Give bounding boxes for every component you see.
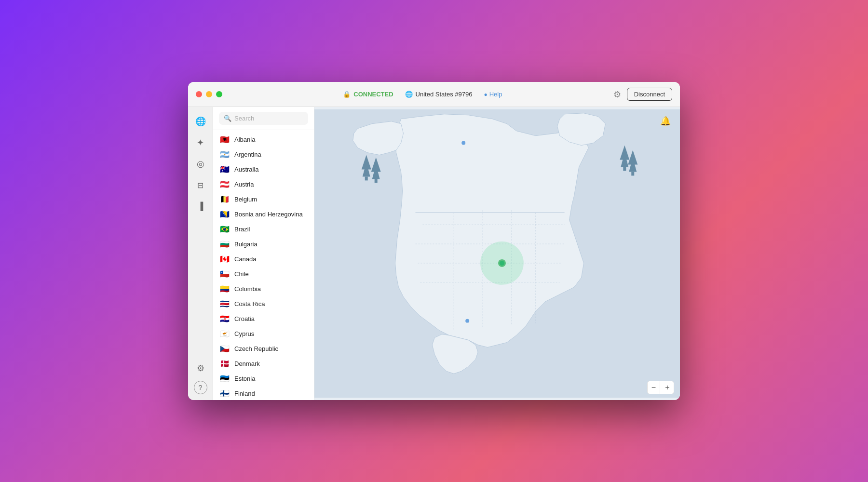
country-name: Cyprus — [234, 330, 254, 337]
connection-status: 🔒 CONNECTED — [343, 91, 393, 98]
country-item[interactable]: 🇭🇷 Croatia — [213, 311, 314, 326]
country-item[interactable]: 🇪🇪 Estonia — [213, 371, 314, 386]
country-name: Finland — [234, 390, 255, 397]
zoom-in-button[interactable]: + — [661, 381, 674, 394]
settings-icon-button[interactable]: ⚙ — [613, 89, 621, 100]
country-item[interactable]: 🇧🇷 Brazil — [213, 222, 314, 237]
country-flag: 🇦🇷 — [220, 151, 230, 158]
country-flag: 🇨🇦 — [220, 256, 230, 263]
map-svg: 🔔 — [314, 107, 680, 400]
minimize-button[interactable] — [206, 91, 212, 97]
svg-point-13 — [461, 141, 465, 145]
svg-rect-19 — [375, 179, 378, 183]
country-item[interactable]: 🇨🇷 Costa Rica — [213, 296, 314, 311]
country-item[interactable]: 🇩🇰 Denmark — [213, 356, 314, 371]
sidebar-item-threat-protection[interactable]: ◎ — [192, 155, 209, 173]
country-flag: 🇨🇾 — [220, 331, 230, 337]
country-item[interactable]: 🇨🇴 Colombia — [213, 281, 314, 296]
maximize-button[interactable] — [216, 91, 222, 97]
country-item[interactable]: 🇧🇪 Belgium — [213, 192, 314, 207]
svg-rect-22 — [623, 167, 626, 171]
sidebar-item-specialty[interactable]: ✦ — [192, 134, 209, 151]
country-item[interactable]: 🇫🇮 Finland — [213, 386, 314, 400]
country-item[interactable]: 🇨🇦 Canada — [213, 252, 314, 267]
country-list-panel: 🔍 🇦🇱 Albania 🇦🇷 Argentina 🇦🇺 Australia 🇦… — [213, 107, 314, 400]
country-flag: 🇦🇺 — [220, 166, 230, 173]
help-link[interactable]: ● Help — [484, 91, 502, 98]
country-flag: 🇦🇱 — [220, 136, 230, 143]
country-name: Costa Rica — [234, 300, 265, 308]
map-area: 🔔 − + — [314, 107, 680, 400]
sidebar-item-help[interactable]: ? — [194, 381, 207, 394]
country-flag: 🇨🇴 — [220, 286, 230, 293]
country-flag: 🇨🇷 — [220, 301, 230, 308]
country-item[interactable]: 🇦🇷 Argentina — [213, 147, 314, 162]
country-name: Austria — [234, 181, 254, 188]
sidebar-item-settings[interactable]: ⚙ — [192, 360, 209, 377]
svg-text:🔔: 🔔 — [660, 116, 671, 126]
country-flag: 🇨🇿 — [220, 346, 230, 352]
svg-point-11 — [500, 261, 504, 266]
disconnect-button[interactable]: Disconnect — [627, 88, 672, 101]
country-item[interactable]: 🇨🇾 Cyprus — [213, 326, 314, 341]
country-name: Albania — [234, 136, 255, 143]
country-name: Australia — [234, 166, 259, 173]
country-item[interactable]: 🇦🇹 Austria — [213, 177, 314, 192]
titlebar-right: ⚙ Disconnect — [613, 88, 672, 101]
country-name: Estonia — [234, 375, 255, 382]
search-input-wrap: 🔍 — [219, 112, 308, 125]
country-item[interactable]: 🇧🇦 Bosnia and Herzegovina — [213, 207, 314, 222]
country-flag: 🇧🇪 — [220, 196, 230, 203]
traffic-lights — [196, 91, 222, 97]
country-flag: 🇦🇹 — [220, 181, 230, 188]
zoom-controls: − + — [647, 381, 674, 394]
country-flag: 🇧🇬 — [220, 241, 230, 248]
close-button[interactable] — [196, 91, 202, 97]
country-name: Brazil — [234, 226, 250, 233]
zoom-out-button[interactable]: − — [648, 381, 660, 394]
app-body: 🌐 ✦ ◎ ⊟ ▐ ⚙ ? 🔍 🇦🇱 Albania 🇦🇷 — [188, 107, 680, 400]
country-flag: 🇪🇪 — [220, 375, 230, 382]
lock-icon: 🔒 — [343, 91, 351, 98]
country-flag: 🇧🇷 — [220, 226, 230, 233]
sidebar-item-globe[interactable]: 🌐 — [192, 113, 209, 130]
help-label: Help — [489, 91, 502, 98]
server-info: 🌐 United States #9796 — [405, 91, 473, 98]
country-item[interactable]: 🇦🇱 Albania — [213, 132, 314, 147]
country-item[interactable]: 🇨🇿 Czech Republic — [213, 341, 314, 356]
country-name: Argentina — [234, 151, 261, 158]
titlebar: 🔒 CONNECTED 🌐 United States #9796 ● Help… — [188, 82, 680, 107]
sidebar-item-stats[interactable]: ▐ — [192, 198, 209, 215]
country-item[interactable]: 🇧🇬 Bulgaria — [213, 237, 314, 252]
sidebar-icons: 🌐 ✦ ◎ ⊟ ▐ ⚙ ? — [188, 107, 213, 400]
svg-point-12 — [465, 319, 469, 323]
status-label: CONNECTED — [353, 91, 393, 98]
country-name: Chile — [234, 270, 249, 278]
country-item[interactable]: 🇦🇺 Australia — [213, 162, 314, 177]
country-name: Denmark — [234, 360, 260, 367]
country-name: Bulgaria — [234, 241, 258, 248]
search-icon: 🔍 — [224, 115, 231, 122]
search-input[interactable] — [234, 115, 303, 122]
app-window: 🔒 CONNECTED 🌐 United States #9796 ● Help… — [188, 82, 680, 400]
sidebar-item-meshnet[interactable]: ⊟ — [192, 176, 209, 194]
search-box: 🔍 — [213, 107, 314, 130]
titlebar-center: 🔒 CONNECTED 🌐 United States #9796 ● Help — [232, 91, 613, 98]
country-flag: 🇩🇰 — [220, 361, 230, 367]
country-name: Canada — [234, 255, 257, 263]
country-item[interactable]: 🇨🇱 Chile — [213, 267, 314, 281]
server-label: United States #9796 — [416, 91, 473, 98]
country-flag: 🇫🇮 — [220, 390, 230, 397]
country-name: Czech Republic — [234, 345, 278, 352]
country-list: 🇦🇱 Albania 🇦🇷 Argentina 🇦🇺 Australia 🇦🇹 … — [213, 130, 314, 400]
country-name: Belgium — [234, 196, 257, 203]
country-flag: 🇨🇱 — [220, 271, 230, 278]
country-name: Colombia — [234, 285, 261, 293]
country-flag: 🇧🇦 — [220, 211, 230, 218]
globe-icon: 🌐 — [405, 91, 413, 98]
svg-rect-16 — [365, 176, 368, 180]
country-name: Bosnia and Herzegovina — [234, 211, 303, 218]
country-name: Croatia — [234, 315, 255, 322]
svg-rect-25 — [631, 172, 634, 175]
country-flag: 🇭🇷 — [220, 316, 230, 322]
